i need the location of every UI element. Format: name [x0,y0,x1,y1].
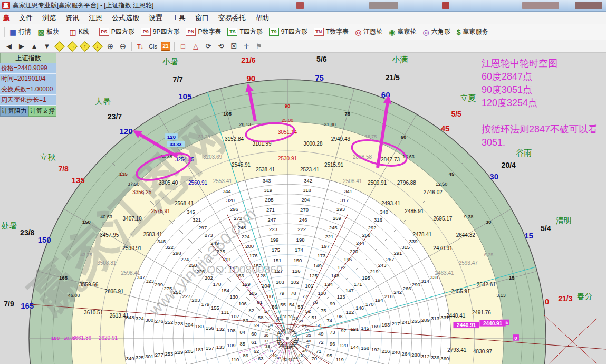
note-line: 江恩轮中轮时空图 [482,57,606,70]
toolbar-9t-square[interactable]: T9 9T四方形 [266,27,311,36]
rotate-ccw-icon[interactable]: ⟲ [215,41,227,52]
svg-text:5/5: 5/5 [451,110,461,118]
zoom-in-icon[interactable]: ⊕ [104,41,116,52]
svg-text:5: 5 [290,328,292,332]
svg-text:346: 346 [157,238,166,244]
svg-text:246: 246 [299,217,307,223]
menu-news[interactable]: 资讯 [61,13,84,23]
calc-resistance-button[interactable]: 计算阻力 [0,106,28,117]
svg-text:72: 72 [318,339,324,345]
toolbar-gann-wheel[interactable]: ◎ 江恩轮 [352,27,386,36]
toolbar-kline[interactable]: ◫ K线 [66,27,92,36]
svg-text:312: 312 [421,353,430,359]
rectangle-tool-icon[interactable]: □ [177,41,189,52]
menu-window[interactable]: 窗口 [190,13,214,23]
svg-text:224: 224 [242,234,250,240]
svg-text:174: 174 [295,247,303,253]
toolbar-t-square[interactable]: TS T四方形 [224,27,265,36]
scroll-left-icon[interactable]: ◀ [3,41,15,52]
step-right-icon[interactable]: → [66,41,78,52]
svg-text:196: 196 [344,256,352,262]
scroll-right-icon[interactable]: ▶ [16,41,27,52]
svg-text:173: 173 [318,253,326,258]
svg-text:59: 59 [254,322,259,328]
svg-text:181: 181 [195,347,204,352]
menu-trade[interactable]: 交易委托 [214,13,251,23]
svg-text:341: 341 [344,188,352,194]
toolbar-p-number-table[interactable]: PN P数字表 [182,27,224,36]
svg-text:35: 35 [265,328,270,332]
menu-gann[interactable]: 江恩 [84,13,107,23]
svg-text:3203.69: 3203.69 [203,154,223,160]
svg-text:5/4: 5/4 [541,224,551,233]
clear-button[interactable]: Cls [147,41,159,52]
sectors-blocks-icon: ▩ [37,28,44,36]
svg-text:2545.91: 2545.91 [232,162,251,168]
step-left-icon[interactable]: ← [54,41,65,52]
menu-browse[interactable]: 浏览 [37,13,61,23]
toolbar-t-number-table[interactable]: TN T数字表 [311,27,352,36]
svg-text:264: 264 [402,351,410,357]
toolbar-quotes[interactable]: ▦ 行情 [6,27,34,36]
step-up-glyph: ↑ [84,43,86,49]
svg-text:33: 33 [272,319,277,323]
flag-tool-icon[interactable]: ⚑ [253,41,265,52]
svg-text:2542.61: 2542.61 [477,282,496,288]
svg-text:7/9: 7/9 [4,300,14,308]
menu-settings[interactable]: 设置 [144,13,167,23]
svg-text:100: 100 [318,290,326,296]
svg-text:3356.25: 3356.25 [132,189,152,195]
menu-formula-stock-pick[interactable]: 公式选股 [107,13,144,23]
instrument-title: 上证指数 [0,53,56,63]
svg-text:75: 75 [345,111,351,117]
step-up-icon[interactable]: ↑ [79,41,91,52]
svg-text:2523.41: 2523.41 [300,167,320,173]
calc-support-button[interactable]: 计算支撑 [28,106,57,117]
svg-text:80: 80 [267,293,273,299]
triangle-tool-icon[interactable]: △ [190,41,201,52]
svg-text:216: 216 [381,348,390,354]
svg-text:96: 96 [330,341,335,347]
toolbar-sectors[interactable]: ▩ 板块 [34,27,62,36]
toolbar-p-square[interactable]: PS P四方形 [96,27,138,36]
svg-text:15: 15 [509,275,515,281]
menu-file[interactable]: 文件 [14,13,37,23]
calendar-icon[interactable]: 21 [160,41,171,52]
svg-text:6: 6 [287,327,290,331]
svg-text:298: 298 [173,250,181,256]
toolbar-hexagon[interactable]: ◎ 六角形 [420,27,454,36]
toolbar-9p-square[interactable]: P9 9P四方形 [138,27,183,36]
menu-help[interactable]: 帮助 [251,13,274,23]
zoom-out-icon[interactable]: ⊖ [117,41,129,52]
menu-tools[interactable]: 工具 [167,13,190,23]
toolbar-winner-service[interactable]: $ 赢家服务 [454,27,492,36]
svg-text:春分: 春分 [576,292,592,301]
svg-text:23/7: 23/7 [108,112,122,121]
svg-text:21/5: 21/5 [386,73,400,82]
step-value: 周天变化步长=1 [0,95,56,106]
svg-text:343: 343 [263,178,271,184]
svg-text:198: 198 [296,237,305,243]
svg-text:12.50: 12.50 [436,181,448,187]
delete-tool-icon[interactable]: ☒ [228,41,239,52]
svg-text:177: 177 [229,264,238,270]
hexagon-icon: ◎ [423,28,429,36]
svg-text:74: 74 [326,318,332,323]
rotate-cw-icon[interactable]: ⟳ [203,41,214,52]
scroll-down-icon[interactable]: ▼ [41,41,53,52]
toolbar-winner-wheel[interactable]: ◉ 赢家轮 [386,27,419,36]
move-tool-icon[interactable]: ✛ [241,41,252,52]
axis-toggle-icon[interactable]: T↓ [134,41,146,52]
svg-text:86: 86 [243,352,248,358]
svg-text:2593.47: 2593.47 [459,260,478,266]
analysis-note: 江恩轮中轮时空图 60度2847点 90度3051点 120度3254点 按循环… [482,57,606,149]
svg-text:128: 128 [257,273,266,279]
gann-wheel-canvas[interactable]: 赢家江恩网www.yingjia360.comQQ:10080036001530… [0,53,606,364]
svg-text:26: 26 [305,328,310,332]
toolbar-label: 9T四方形 [281,27,307,36]
step-down-icon[interactable]: ↓ [92,41,103,52]
svg-text:120: 120 [167,134,176,140]
svg-text:152: 152 [253,263,262,269]
svg-text:2515.91: 2515.91 [324,162,344,168]
scroll-up-icon[interactable]: ▲ [28,41,40,52]
